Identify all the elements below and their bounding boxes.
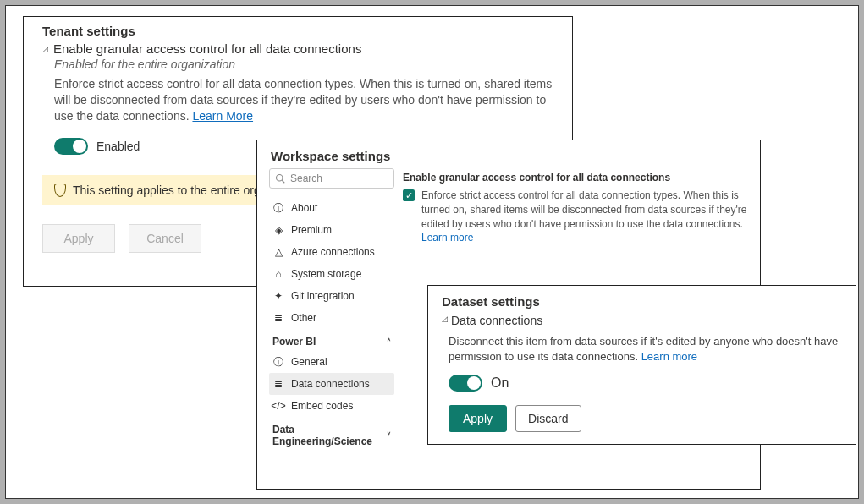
dataset-subtitle-row[interactable]: ◿ Data connections (442, 314, 842, 327)
sidebar-item-data-connections[interactable]: ≣ Data connections (269, 373, 394, 395)
sidebar-item-premium[interactable]: ◈ Premium (269, 219, 394, 241)
learn-more-link[interactable]: Learn more (641, 350, 697, 363)
dataset-button-row: Apply Discard (449, 405, 842, 432)
storage-icon: ⌂ (272, 268, 284, 280)
stage: Tenant settings ◿ Enable granular access… (5, 5, 859, 499)
ws-main-title: Enable granular access control for all d… (403, 172, 748, 184)
sidebar-group-powerbi[interactable]: Power BI ˄ (269, 329, 394, 351)
apply-button[interactable]: Apply (42, 224, 115, 253)
chevron-down-icon: ˅ (387, 431, 391, 441)
learn-more-link[interactable]: Learn More (192, 109, 253, 123)
expand-icon: ◿ (42, 45, 48, 53)
apply-button[interactable]: Apply (449, 405, 507, 432)
on-toggle[interactable] (449, 375, 482, 392)
git-icon: ✦ (272, 290, 284, 302)
sidebar-item-azure[interactable]: △ Azure connections (269, 241, 394, 263)
azure-icon: △ (272, 246, 284, 258)
notice-text: This setting applies to the entire org (73, 184, 261, 197)
sidebar-item-embed-codes[interactable]: </> Embed codes (269, 395, 394, 417)
sidebar-item-git[interactable]: ✦ Git integration (269, 285, 394, 307)
dataset-toggle-row: On (449, 375, 842, 392)
workspace-sidebar: Search ⓘ About ◈ Premium △ Azure connect… (269, 168, 394, 480)
svg-line-1 (282, 180, 284, 183)
shield-icon (54, 184, 66, 197)
tenant-heading: Tenant settings (42, 24, 553, 38)
diamond-icon: ◈ (272, 224, 284, 236)
search-input[interactable]: Search (269, 168, 394, 189)
sidebar-item-other[interactable]: ≣ Other (269, 307, 394, 329)
sidebar-item-storage[interactable]: ⌂ System storage (269, 263, 394, 285)
ws-checkbox-row: ✓ Enforce strict access control for all … (403, 189, 748, 245)
toggle-label: Enabled (96, 140, 140, 153)
dataset-panel: Dataset settings ◿ Data connections Disc… (427, 285, 856, 445)
sidebar-item-about[interactable]: ⓘ About (269, 197, 394, 219)
sidebar-group-data-eng[interactable]: Data Engineering/Science ˅ (269, 417, 394, 451)
info-icon: ⓘ (272, 356, 284, 368)
expand-icon: ◿ (442, 315, 448, 323)
tenant-title-row[interactable]: ◿ Enable granular access control for all… (42, 41, 553, 56)
ws-desc: Enforce strict access control for all da… (421, 189, 748, 245)
dataset-description: Disconnect this item from data sources i… (449, 334, 842, 364)
chevron-up-icon: ˄ (387, 337, 391, 347)
tenant-description: Enforce strict access control for all da… (54, 76, 553, 124)
list-icon: ≣ (272, 312, 284, 324)
search-icon (275, 173, 285, 184)
svg-point-0 (277, 175, 283, 182)
workspace-heading: Workspace settings (271, 149, 748, 163)
learn-more-link[interactable]: Learn more (421, 232, 473, 244)
code-icon: </> (272, 400, 284, 412)
tenant-title: Enable granular access control for all d… (53, 41, 361, 56)
info-icon: ⓘ (272, 202, 284, 214)
list-icon: ≣ (272, 378, 284, 390)
tenant-status: Enabled for the entire organization (54, 58, 553, 71)
discard-button[interactable]: Discard (515, 405, 581, 432)
sidebar-item-general[interactable]: ⓘ General (269, 351, 394, 373)
checkbox-icon[interactable]: ✓ (403, 189, 415, 201)
dataset-heading: Dataset settings (442, 294, 842, 309)
cancel-button[interactable]: Cancel (129, 224, 201, 253)
enabled-toggle[interactable] (54, 138, 88, 155)
toggle-label: On (491, 375, 509, 391)
